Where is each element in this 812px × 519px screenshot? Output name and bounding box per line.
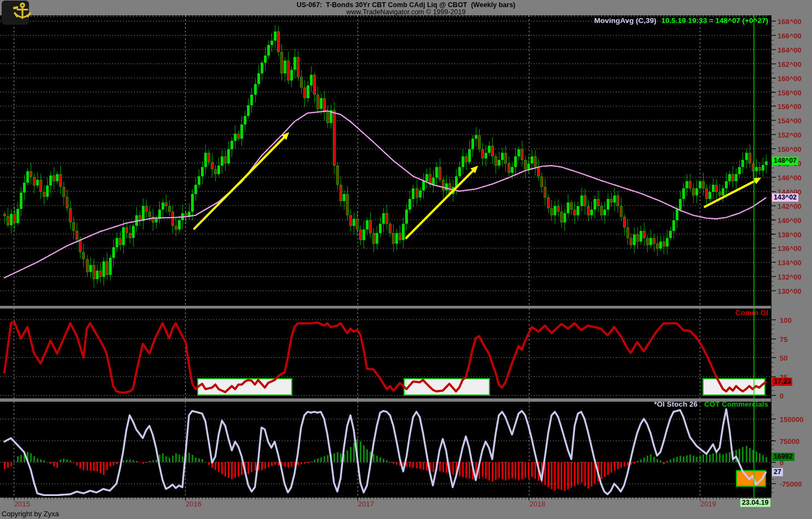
gold-sextant-anchor-icon (0, 0, 34, 33)
axis-tick-label: 164^00 (778, 46, 802, 54)
axis-tick-label: 50 (780, 354, 787, 362)
axis-tick-label: 166^00 (778, 32, 802, 40)
movingavg-value: 10.5.19 19:33 = 148^07 (+0^27) (661, 17, 768, 25)
chart-url-line: www.TradeNavigator.com © 1999-2019 (0, 9, 812, 16)
axis-tick-label: 156^00 (778, 102, 802, 111)
moving-avg-value-tag: 143^02 (772, 193, 798, 202)
chart-canvas[interactable] (0, 0, 812, 519)
axis-tick-label: 2017 (358, 500, 374, 508)
axis-tick-label: 2016 (186, 500, 201, 508)
movingavg-label: MovingAvg (C,39) (594, 17, 656, 25)
axis-tick-label: 2018 (529, 500, 545, 508)
axis-tick-label: 158^00 (778, 89, 802, 97)
comm-oi-panel-label: Comm OI (735, 309, 768, 317)
cot-value-tag: 16992 (772, 453, 794, 461)
axis-tick-label: 0 (780, 392, 784, 400)
app-logo (2, 1, 29, 25)
axis-tick-label: 150^00 (778, 145, 802, 153)
axis-tick-label: 2019 (700, 500, 716, 508)
axis-tick-label: 136^00 (778, 244, 802, 253)
axis-tick-label: 75000 (780, 437, 799, 446)
cot-commercials-label: COT Commercials (704, 401, 768, 408)
stoch-value-tag: 27 (772, 468, 783, 476)
axis-tick-label: 134^00 (778, 259, 802, 267)
axis-tick-label: 138^00 (778, 231, 802, 239)
cot-panel-labels: *OI Stoch 26 COT Commercials (654, 401, 768, 408)
last-price-tag: 148^07 (772, 157, 798, 165)
axis-tick-label: 140^00 (778, 216, 802, 225)
axis-tick-label: 142^00 (778, 202, 802, 210)
copyright-text: Copyright by Zyxa (2, 510, 59, 517)
axis-tick-label: 152^00 (778, 131, 802, 139)
axis-tick-label: 168^00 (778, 18, 802, 26)
axis-tick-label: 160^00 (778, 75, 802, 83)
axis-tick-label: 146^00 (778, 174, 802, 182)
axis-tick-label: 150000 (780, 415, 803, 424)
trade-navigator-chart-window: US-067: T-Bonds 30Yr CBT Comb CAdj Liq @… (0, 0, 812, 519)
indicator-readout: MovingAvg (C,39) 10.5.19 19:33 = 148^07 … (594, 17, 768, 25)
cursor-date-tag: 23.04.19 (740, 499, 770, 507)
axis-tick-label: -75000 (780, 480, 802, 488)
axis-tick-label: 130^00 (778, 287, 802, 295)
chart-title: US-067: T-Bonds 30Yr CBT Comb CAdj Liq @… (0, 2, 812, 9)
axis-tick-label: 132^00 (778, 273, 802, 281)
axis-tick-label: 100 (780, 316, 792, 324)
oi-stoch-label: *OI Stoch 26 (654, 401, 698, 408)
axis-tick-label: 2015 (14, 500, 30, 508)
comm-oi-value-tag: 17,23 (772, 378, 792, 386)
axis-tick-label: 162^00 (778, 60, 802, 69)
axis-tick-label: 154^00 (778, 117, 802, 125)
axis-tick-label: 75 (780, 335, 787, 344)
